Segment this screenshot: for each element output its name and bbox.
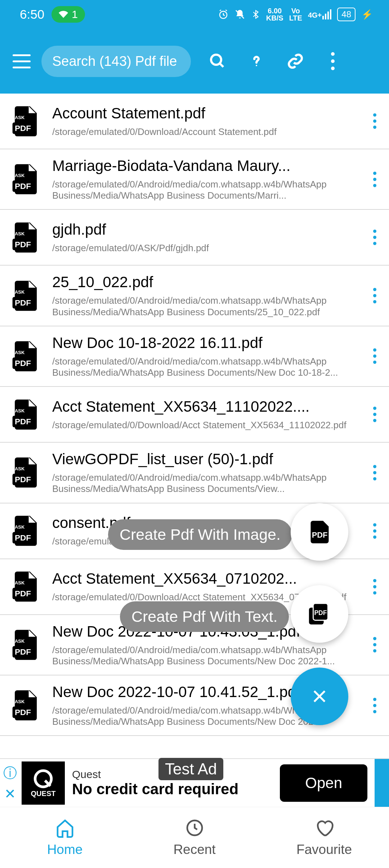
svg-text:ASK: ASK	[15, 350, 25, 355]
ad-close-icon[interactable]: ✕	[4, 786, 16, 802]
search-icon[interactable]	[209, 53, 226, 70]
file-row[interactable]: ASK PDF Marriage-Biodata-Vandana Maury..…	[0, 149, 389, 210]
file-path: /storage/emulated/0/ASK/Pdf/gjdh.pdf	[52, 243, 355, 254]
status-bar: 6:50 1 6.00 KB/S Vo LTE 4G+ 48 ⚡	[0, 0, 389, 29]
fab-button-text[interactable]: PDF	[291, 585, 348, 643]
file-more-button[interactable]	[367, 407, 382, 422]
file-path: /storage/emulated/0/Android/media/com.wh…	[52, 472, 355, 494]
clock-icon	[185, 818, 205, 838]
app-bar: Search (143) Pdf file	[0, 29, 389, 94]
file-more-button[interactable]	[367, 113, 382, 129]
file-row[interactable]: ASK PDF New Doc 10-18-2022 16.11.pdf /st…	[0, 326, 389, 387]
volte-indicator: Vo LTE	[289, 7, 302, 22]
nav-favourite-label: Favourite	[296, 842, 352, 857]
pdf-file-icon: ASK PDF	[11, 629, 40, 661]
nav-home[interactable]: Home	[0, 807, 130, 868]
pdf-file-icon: ASK PDF	[11, 105, 40, 137]
file-more-button[interactable]	[367, 523, 382, 539]
battery-indicator: 48	[337, 8, 356, 21]
ad-accent	[375, 759, 389, 807]
svg-text:PDF: PDF	[15, 359, 31, 368]
file-name: gjdh.pdf	[52, 221, 355, 238]
bluetooth-icon	[251, 9, 260, 20]
file-more-button[interactable]	[367, 465, 382, 480]
svg-text:PDF: PDF	[15, 475, 31, 484]
pdf-file-icon: ASK PDF	[11, 340, 40, 372]
svg-text:ASK: ASK	[15, 638, 25, 643]
svg-text:PDF: PDF	[15, 533, 31, 542]
svg-text:ASK: ASK	[15, 524, 25, 530]
ad-cta-button[interactable]: Open	[280, 764, 367, 802]
ad-headline: No credit card required	[72, 781, 280, 798]
bottom-nav: Home Recent Favourite	[0, 807, 389, 868]
svg-text:PDF: PDF	[15, 647, 31, 656]
pdf-file-icon: ASK PDF	[11, 163, 40, 195]
wifi-icon	[59, 10, 68, 19]
svg-text:PDF: PDF	[15, 708, 31, 717]
svg-text:ASK: ASK	[15, 231, 25, 236]
file-name: 25_10_022.pdf	[52, 273, 355, 291]
wifi-badge: 1	[52, 6, 85, 23]
ad-info-icon[interactable]: ⓘ	[3, 764, 17, 782]
svg-text:PDF: PDF	[15, 240, 31, 249]
file-path: /storage/emulated/0/Android/media/com.wh…	[52, 295, 355, 317]
file-name: New Doc 10-18-2022 16.11.pdf	[52, 334, 355, 352]
svg-text:ASK: ASK	[15, 466, 25, 471]
file-more-button[interactable]	[367, 348, 382, 364]
svg-text:ASK: ASK	[15, 699, 25, 704]
ad-logo: QUEST	[22, 761, 65, 805]
nav-home-label: Home	[47, 842, 83, 857]
file-row[interactable]: ASK PDF gjdh.pdf /storage/emulated/0/ASK…	[0, 210, 389, 266]
clock: 6:50	[20, 7, 44, 22]
file-row[interactable]: ASK PDF Account Statement.pdf /storage/e…	[0, 94, 389, 149]
file-name: Marriage-Biodata-Vandana Maury...	[52, 157, 355, 175]
file-path: /storage/emulated/0/Android/media/com.wh…	[52, 645, 355, 667]
fab-close-button[interactable]	[291, 668, 348, 725]
file-path: /storage/emulated/0/Download/Acct Statem…	[52, 420, 355, 431]
nav-recent[interactable]: Recent	[130, 807, 259, 868]
ad-test-label: Test Ad	[158, 758, 223, 780]
overflow-menu-button[interactable]	[326, 52, 340, 70]
nav-favourite[interactable]: Favourite	[259, 807, 389, 868]
charging-icon: ⚡	[361, 9, 373, 20]
fab-label-text: Create Pdf With Text.	[120, 601, 289, 632]
file-path: /storage/emulated/0/Download/Account Sta…	[52, 126, 355, 137]
pdf-file-icon: ASK PDF	[11, 570, 40, 603]
link-icon[interactable]	[287, 53, 304, 70]
file-more-button[interactable]	[367, 230, 382, 245]
pdf-file-icon: ASK PDF	[11, 689, 40, 722]
file-path: /storage/emulated/0/Android/media/com.wh…	[52, 356, 355, 378]
search-input[interactable]: Search (143) Pdf file	[41, 46, 191, 77]
svg-text:ASK: ASK	[15, 114, 25, 120]
pdf-file-icon: ASK PDF	[11, 456, 40, 489]
svg-text:PDF: PDF	[314, 609, 327, 616]
pdf-file-icon: ASK PDF	[11, 221, 40, 254]
file-more-button[interactable]	[367, 288, 382, 303]
svg-text:ASK: ASK	[15, 580, 25, 586]
svg-text:PDF: PDF	[15, 417, 31, 426]
svg-point-4	[256, 65, 257, 66]
hamburger-menu-button[interactable]	[11, 50, 32, 72]
pdf-file-icon: ASK PDF	[11, 398, 40, 431]
svg-text:PDF: PDF	[15, 182, 31, 191]
file-name: Acct Statement_XX5634_11102022....	[52, 398, 355, 415]
file-path: /storage/emulated/0/Android/media/com.wh…	[52, 179, 355, 201]
fab-label-image: Create Pdf With Image.	[108, 519, 292, 550]
close-icon	[310, 687, 328, 705]
svg-text:ASK: ASK	[15, 408, 25, 413]
file-row[interactable]: ASK PDF 25_10_022.pdf /storage/emulated/…	[0, 266, 389, 326]
pdf-text-icon: PDF	[307, 601, 332, 627]
ad-banner: ⓘ ✕ QUEST Quest No credit card required …	[0, 758, 389, 807]
file-row[interactable]: ASK PDF ViewGOPDF_list_user (50)-1.pdf /…	[0, 443, 389, 503]
file-name: Acct Statement_XX5634_0710202...	[52, 570, 355, 587]
file-more-button[interactable]	[367, 637, 382, 652]
file-more-button[interactable]	[367, 172, 382, 187]
file-more-button[interactable]	[367, 579, 382, 595]
file-more-button[interactable]	[367, 698, 382, 713]
help-icon[interactable]	[248, 53, 265, 70]
network-speed: 6.00 KB/S	[266, 7, 283, 22]
file-row[interactable]: ASK PDF Acct Statement_XX5634_11102022..…	[0, 387, 389, 443]
fab-button-image[interactable]: PDF	[291, 503, 348, 561]
svg-text:ASK: ASK	[15, 173, 25, 178]
home-icon	[55, 818, 75, 838]
